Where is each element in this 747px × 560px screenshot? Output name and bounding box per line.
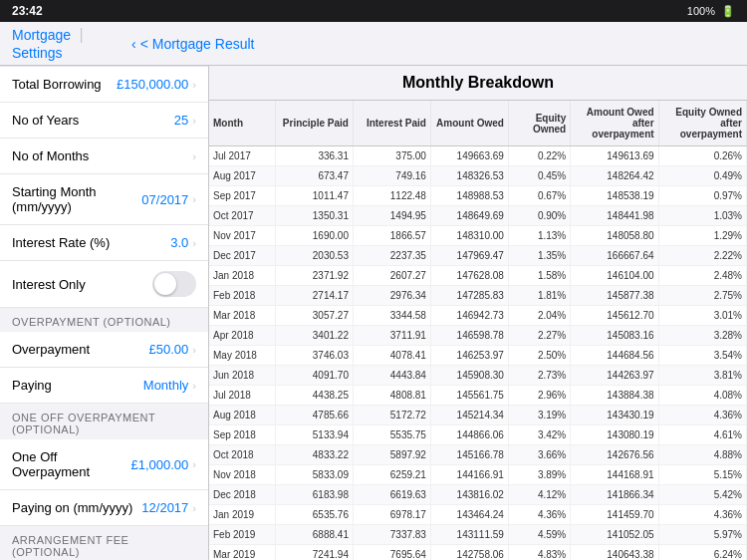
table-row: Feb 20182714.172976.34147285.831.81%1458…: [209, 286, 747, 306]
no-of-months-row[interactable]: No of Months ›: [0, 139, 208, 174]
chevron-right-icon: ›: [192, 344, 196, 356]
table-cell: 149663.69: [430, 146, 508, 166]
col-equity-after-header: Equity Owned after overpayment: [658, 101, 746, 146]
no-of-years-value[interactable]: 25 ›: [174, 113, 196, 128]
table-cell: 3401.22: [276, 326, 354, 346]
battery-icon: 🔋: [721, 5, 735, 18]
table-cell: Dec 2017: [209, 246, 276, 266]
table-cell: 146598.78: [430, 326, 508, 346]
no-of-months-value[interactable]: ›: [192, 150, 196, 162]
right-panel: Monthly Breakdown Month Principle Paid I…: [209, 66, 747, 560]
table-row: Jan 20182371.922607.27147628.081.58%1461…: [209, 266, 747, 286]
table-cell: 6535.76: [276, 505, 354, 525]
table-cell: Sep 2018: [209, 425, 276, 445]
table-cell: 4.83%: [508, 545, 570, 561]
table-cell: 1866.57: [353, 226, 430, 246]
interest-rate-value[interactable]: 3.0 ›: [170, 235, 196, 250]
table-row: Nov 20185833.096259.21144166.913.89%1441…: [209, 465, 747, 485]
col-owed-header: Amount Owed: [430, 101, 508, 146]
table-cell: 140643.38: [571, 545, 658, 561]
table-cell: Jan 2019: [209, 505, 276, 525]
table-cell: 141866.34: [571, 485, 658, 505]
table-cell: 7337.83: [353, 525, 430, 545]
back-button[interactable]: ‹ < Mortgage Result: [131, 36, 254, 52]
table-cell: 146104.00: [571, 266, 658, 286]
table-cell: Dec 2018: [209, 485, 276, 505]
chevron-right-icon: ›: [192, 79, 196, 91]
table-cell: 1.35%: [508, 246, 570, 266]
interest-only-toggle[interactable]: [152, 271, 196, 297]
table-cell: 0.90%: [508, 206, 570, 226]
table-cell: 145083.16: [571, 326, 658, 346]
table-cell: 142758.06: [430, 545, 508, 561]
table-cell: 5535.75: [353, 425, 430, 445]
interest-rate-row[interactable]: Interest Rate (%) 3.0 ›: [0, 225, 208, 261]
table-cell: 142676.56: [571, 445, 658, 465]
table-row: Jul 2017336.31375.00149663.690.22%149613…: [209, 146, 747, 166]
table-cell: Jan 2018: [209, 266, 276, 286]
overpayment-value[interactable]: £50.00 ›: [149, 342, 196, 357]
table-cell: 148441.98: [571, 206, 658, 226]
table-cell: Feb 2019: [209, 525, 276, 545]
table-row: Oct 20171350.311494.95148649.690.90%1484…: [209, 206, 747, 226]
table-cell: 1350.31: [276, 206, 354, 226]
table-cell: 1494.95: [353, 206, 430, 226]
table-cell: 4833.22: [276, 445, 354, 465]
table-cell: Nov 2017: [209, 226, 276, 246]
paying-on-value[interactable]: 12/2017 ›: [141, 500, 196, 515]
table-cell: 148058.80: [571, 226, 658, 246]
table-cell: 375.00: [353, 146, 430, 166]
table-cell: Sep 2017: [209, 186, 276, 206]
table-cell: 146253.97: [430, 346, 508, 366]
one-off-overpayment-row[interactable]: One Off Overpayment £1,000.00 ›: [0, 439, 208, 490]
breakdown-table-container[interactable]: Month Principle Paid Interest Paid Amoun…: [209, 101, 747, 560]
table-cell: 4438.25: [276, 386, 354, 406]
starting-month-label: Starting Month (mm/yyyy): [12, 184, 141, 214]
table-body: Jul 2017336.31375.00149663.690.22%149613…: [209, 146, 747, 561]
table-cell: 6259.21: [353, 465, 430, 485]
table-row: Aug 2017673.47749.16148326.530.45%148264…: [209, 166, 747, 186]
time-display: 23:42: [12, 4, 43, 18]
table-row: Sep 20185133.945535.75144866.063.42%1430…: [209, 425, 747, 445]
table-row: Apr 20183401.223711.91146598.782.27%1450…: [209, 326, 747, 346]
table-cell: 6183.98: [276, 485, 354, 505]
table-cell: 5.42%: [658, 485, 746, 505]
total-borrowing-row[interactable]: Total Borrowing £150,000.00 ›: [0, 66, 208, 103]
table-cell: 2371.92: [276, 266, 354, 286]
table-cell: 1.03%: [658, 206, 746, 226]
table-row: Jan 20196535.766978.17143464.244.36%1414…: [209, 505, 747, 525]
table-cell: 2030.53: [276, 246, 354, 266]
overpayment-row[interactable]: Overpayment £50.00 ›: [0, 332, 208, 368]
table-cell: 144866.06: [430, 425, 508, 445]
table-row: Oct 20184833.225897.92145166.783.66%1426…: [209, 445, 747, 465]
table-cell: 3711.91: [353, 326, 430, 346]
table-cell: 147285.83: [430, 286, 508, 306]
paying-value[interactable]: Monthly ›: [143, 378, 196, 393]
table-cell: 166667.64: [571, 246, 658, 266]
table-cell: 673.47: [276, 166, 354, 186]
total-borrowing-value[interactable]: £150,000.00 ›: [117, 77, 196, 92]
starting-month-value[interactable]: 07/2017 ›: [141, 192, 196, 207]
paying-row[interactable]: Paying Monthly ›: [0, 368, 208, 404]
paying-on-row[interactable]: Paying on (mm/yyyy) 12/2017 ›: [0, 490, 208, 526]
table-cell: 2.27%: [508, 326, 570, 346]
table-row: May 20183746.034078.41146253.972.50%1446…: [209, 346, 747, 366]
table-cell: 3057.27: [276, 306, 354, 326]
table-cell: 2.73%: [508, 366, 570, 386]
table-cell: 144168.91: [571, 465, 658, 485]
monthly-breakdown-title: Monthly Breakdown: [209, 66, 747, 101]
interest-only-row[interactable]: Interest Only: [0, 261, 208, 308]
status-icons: 100% 🔋: [687, 5, 735, 18]
settings-button[interactable]: Settings: [12, 45, 63, 61]
starting-month-row[interactable]: Starting Month (mm/yyyy) 07/2017 ›: [0, 174, 208, 225]
table-cell: 2.22%: [658, 246, 746, 266]
one-off-overpayment-value[interactable]: £1,000.00 ›: [130, 457, 196, 472]
mortgage-tab-button[interactable]: Mortgage: [12, 27, 71, 43]
chevron-right-icon: ›: [192, 193, 196, 205]
table-cell: 3.89%: [508, 465, 570, 485]
interest-only-label: Interest Only: [12, 277, 86, 292]
no-of-years-row[interactable]: No of Years 25 ›: [0, 103, 208, 139]
table-cell: 5.97%: [658, 525, 746, 545]
overpayment-label: Overpayment: [12, 342, 90, 357]
table-cell: 4.59%: [508, 525, 570, 545]
